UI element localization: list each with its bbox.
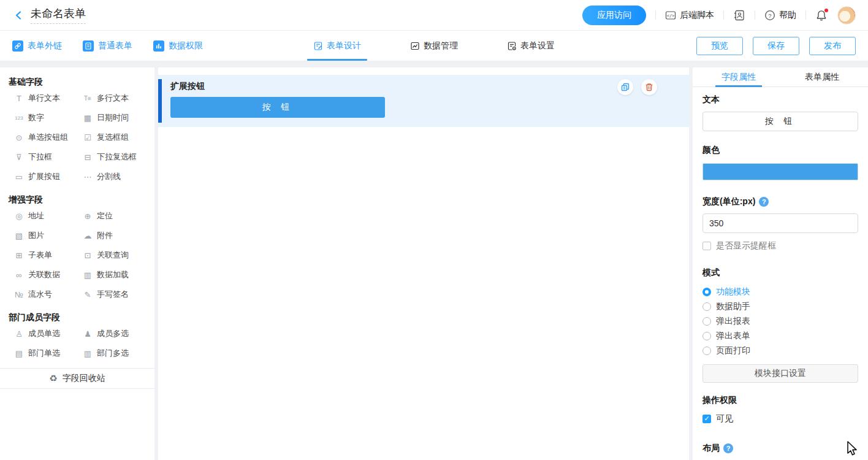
center-tabs: 表单设计 数据管理 表单设置 bbox=[307, 31, 561, 61]
address-icon: ◎ bbox=[13, 212, 25, 221]
radio-icon[interactable] bbox=[702, 347, 711, 355]
save-button[interactable]: 保存 bbox=[753, 37, 799, 55]
field-item-label: 子表单 bbox=[28, 250, 52, 261]
field-library-item[interactable]: ▥数据加载 bbox=[77, 265, 146, 285]
field-item-label: 部门单选 bbox=[28, 348, 60, 359]
tab-form-settings[interactable]: 表单设置 bbox=[501, 31, 561, 61]
field-library-item[interactable]: ▧图片 bbox=[9, 226, 77, 245]
contacts-icon[interactable] bbox=[733, 9, 745, 21]
divider bbox=[655, 10, 656, 20]
field-grid: ◎地址⊕定位▧图片☁附件⊞子表单⊡关联查询∞关联数据▥数据加载№流水号✎手写签名 bbox=[9, 206, 146, 304]
layout-help-icon[interactable]: ? bbox=[723, 443, 733, 453]
field-grid: T单行文本T≡多行文本123数字▦日期时间⊙单选按钮组☑复选框组⊽下拉框⊟下拉复… bbox=[9, 88, 146, 186]
form-canvas[interactable]: 扩展按钮 按 钮 bbox=[158, 67, 689, 460]
sidebar-sections: 基础字段T单行文本T≡多行文本123数字▦日期时间⊙单选按钮组☑复选框组⊽下拉框… bbox=[9, 75, 146, 363]
width-input[interactable] bbox=[702, 213, 858, 233]
notification-bell-icon[interactable] bbox=[815, 9, 828, 21]
field-library-item[interactable]: ⊕定位 bbox=[77, 206, 146, 226]
reminder-checkbox-row[interactable]: 是否显示提醒框 bbox=[702, 240, 858, 251]
field-library-item[interactable]: ⋯分割线 bbox=[77, 167, 146, 186]
field-library-item[interactable]: ◎地址 bbox=[9, 206, 77, 226]
button-text-input[interactable] bbox=[702, 112, 858, 131]
form-settings-icon bbox=[507, 41, 517, 51]
field-library-item[interactable]: ∞关联数据 bbox=[9, 265, 77, 285]
copy-field-icon[interactable] bbox=[617, 79, 633, 95]
tab-field-properties[interactable]: 字段属性 bbox=[715, 67, 762, 86]
code-icon: </> bbox=[665, 10, 676, 21]
mode-radio-option[interactable]: 弹出报表 bbox=[702, 314, 858, 329]
visible-checkbox-row[interactable]: 可见 bbox=[702, 413, 858, 424]
field-library-item[interactable]: ▥部门多选 bbox=[77, 343, 146, 363]
data-permission-button[interactable]: 数据权限 bbox=[153, 40, 203, 52]
field-item-label: 下拉框 bbox=[28, 151, 52, 163]
field-library-item[interactable]: ▭扩展按钮 bbox=[9, 167, 77, 186]
field-library-item[interactable]: ⊽下拉框 bbox=[9, 147, 77, 167]
field-library-item[interactable]: ⊡关联查询 bbox=[77, 245, 146, 265]
reminder-checkbox-label: 是否显示提醒框 bbox=[716, 240, 776, 251]
backend-script-label: 后端脚本 bbox=[680, 10, 714, 21]
field-library-item[interactable]: 123数字 bbox=[9, 108, 77, 128]
radio-icon[interactable] bbox=[702, 332, 711, 340]
divider bbox=[723, 10, 724, 20]
dept-multi-icon: ▥ bbox=[82, 349, 93, 358]
backend-script-button[interactable]: </> 后端脚本 bbox=[665, 10, 714, 21]
mode-radio-option[interactable]: 弹出表单 bbox=[702, 329, 858, 343]
module-api-settings-button[interactable]: 模块接口设置 bbox=[702, 364, 858, 383]
recycle-bin-label: 字段回收站 bbox=[63, 373, 105, 384]
field-library-item[interactable]: ▦日期时间 bbox=[77, 108, 146, 128]
svg-text:?: ? bbox=[768, 12, 771, 18]
back-icon[interactable] bbox=[12, 9, 26, 22]
app-access-button[interactable]: 应用访问 bbox=[582, 6, 646, 25]
field-library-item[interactable]: ⊟下拉复选框 bbox=[77, 147, 146, 167]
radio-icon[interactable] bbox=[702, 317, 711, 326]
number-icon: 123 bbox=[13, 115, 25, 121]
panel-body: 文本 颜色 宽度(单位:px) ? 是否显示提醒框 模式 功能模块数据助手弹出报… bbox=[693, 87, 868, 460]
radio-icon[interactable] bbox=[702, 302, 711, 311]
color-section-label: 颜色 bbox=[702, 145, 858, 156]
extend-button-preview[interactable]: 按 钮 bbox=[170, 97, 385, 118]
width-help-icon[interactable]: ? bbox=[759, 197, 769, 207]
width-label-text: 宽度(单位:px) bbox=[702, 196, 755, 207]
help-button[interactable]: ? 帮助 bbox=[764, 10, 796, 21]
field-library-item[interactable]: ▤部门单选 bbox=[9, 343, 77, 363]
field-library-item[interactable]: №流水号 bbox=[9, 285, 77, 304]
user-avatar[interactable] bbox=[837, 6, 856, 25]
width-section-label: 宽度(单位:px) ? bbox=[702, 196, 858, 207]
delete-field-icon[interactable] bbox=[641, 79, 657, 95]
selected-field-block[interactable]: 扩展按钮 按 钮 bbox=[158, 75, 689, 127]
field-item-label: 单选按钮组 bbox=[28, 132, 68, 143]
tab-form-design[interactable]: 表单设计 bbox=[307, 31, 367, 61]
visible-checkbox[interactable] bbox=[702, 415, 711, 423]
field-item-label: 下拉复选框 bbox=[97, 151, 137, 163]
form-external-link-button[interactable]: 表单外链 bbox=[12, 40, 62, 52]
field-item-label: 部门多选 bbox=[97, 348, 129, 359]
field-library-item[interactable]: ♟成员多选 bbox=[77, 324, 146, 343]
field-recycle-bin-button[interactable]: ♻ 字段回收站 bbox=[0, 369, 154, 389]
tab-form-properties[interactable]: 表单属性 bbox=[799, 67, 845, 86]
mode-radio-option[interactable]: 数据助手 bbox=[702, 299, 858, 314]
mode-radio-option[interactable]: 页面打印 bbox=[702, 343, 858, 358]
publish-button[interactable]: 发布 bbox=[809, 37, 856, 55]
field-library-item[interactable]: T单行文本 bbox=[9, 88, 77, 108]
preview-button[interactable]: 预览 bbox=[696, 37, 743, 55]
field-library-item[interactable]: ⊙单选按钮组 bbox=[9, 128, 77, 147]
field-library-item[interactable]: ♙成员单选 bbox=[9, 324, 77, 343]
radio-icon[interactable] bbox=[702, 288, 711, 296]
form-title[interactable]: 未命名表单 bbox=[31, 7, 86, 24]
field-library-item[interactable]: ☑复选框组 bbox=[77, 128, 146, 147]
serial-number-icon: № bbox=[13, 290, 25, 299]
field-library-item[interactable]: ✎手写签名 bbox=[77, 285, 146, 304]
tab-data-management[interactable]: 数据管理 bbox=[404, 31, 464, 61]
data-load-icon: ▥ bbox=[82, 270, 93, 280]
attachment-icon: ☁ bbox=[82, 231, 93, 240]
field-library-item[interactable]: T≡多行文本 bbox=[77, 88, 146, 108]
field-library-item[interactable]: ⊞子表单 bbox=[9, 245, 77, 265]
normal-form-button[interactable]: 普通表单 bbox=[83, 40, 132, 52]
mode-radio-option[interactable]: 功能模块 bbox=[702, 285, 858, 299]
reminder-checkbox[interactable] bbox=[702, 242, 711, 250]
bar-chart-icon bbox=[153, 40, 164, 52]
field-library-item[interactable]: ☁附件 bbox=[77, 226, 146, 245]
selection-indicator-bar bbox=[158, 79, 162, 123]
dropdown-icon: ⊽ bbox=[13, 153, 25, 162]
color-swatch[interactable] bbox=[702, 163, 858, 180]
